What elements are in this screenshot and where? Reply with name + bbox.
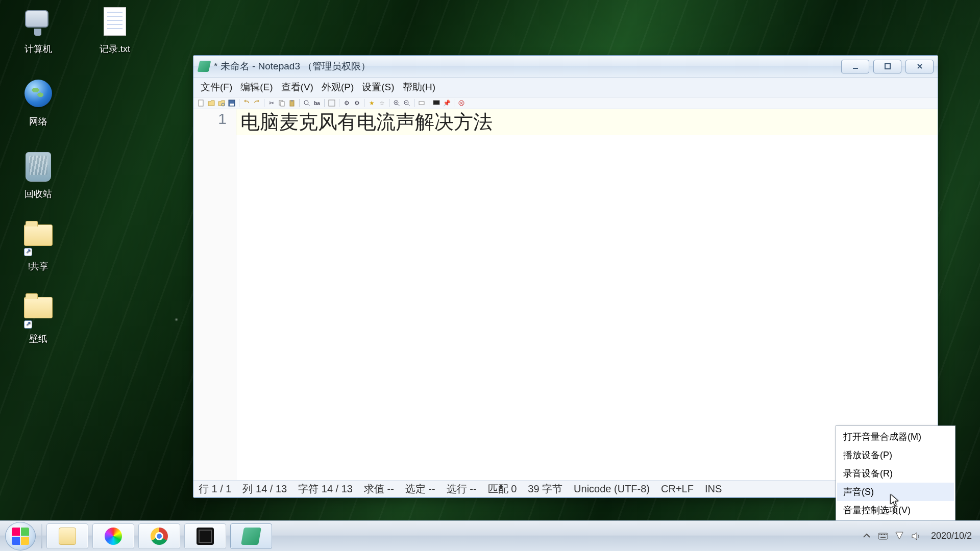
paste-icon[interactable] [287, 98, 297, 108]
toolbar-separator [299, 99, 300, 107]
text-editor[interactable]: 电脑麦克风有电流声解决方法 [236, 109, 938, 480]
window-titlebar[interactable]: * 未命名 - Notepad3 （管理员权限） [193, 56, 938, 78]
ctx-playback-devices[interactable]: 播放设备(P) [837, 446, 954, 464]
explore-icon[interactable] [217, 98, 226, 108]
svg-rect-9 [291, 100, 293, 102]
windows-logo-icon [12, 528, 29, 545]
new-file-icon[interactable] [197, 98, 206, 108]
desktop-icon-recycle-bin[interactable]: 回收站 [10, 152, 66, 200]
open-file-icon[interactable] [207, 98, 216, 108]
file-explorer-icon [59, 528, 76, 545]
status-sellines[interactable]: 选行 -- [447, 482, 477, 496]
toolbar-separator [239, 99, 239, 107]
favorite-icon[interactable]: ★ [367, 98, 376, 108]
menu-file[interactable]: 文件(F) [198, 80, 235, 95]
replace-icon[interactable]: ba [312, 98, 322, 108]
copy-icon[interactable] [277, 98, 286, 108]
status-matches[interactable]: 匹配 0 [488, 482, 517, 496]
pin-icon[interactable]: 📌 [442, 98, 451, 108]
taskbar-chrome[interactable] [138, 523, 180, 549]
svg-rect-1 [885, 64, 890, 69]
svg-rect-21 [884, 534, 885, 535]
start-button[interactable] [5, 522, 36, 550]
menu-appearance[interactable]: 外观(P) [318, 80, 357, 95]
save-icon[interactable] [227, 98, 236, 108]
shortcut-overlay-icon [24, 248, 32, 256]
editor-area: 1 电脑麦克风有电流声解决方法 [193, 109, 938, 480]
desktop-icon-label: 计算机 [10, 43, 66, 55]
tool-misc-icon[interactable] [417, 98, 426, 108]
svg-rect-22 [886, 534, 887, 535]
status-row[interactable]: 行 1 / 1 [199, 482, 231, 496]
ctx-sounds[interactable]: 声音(S) [837, 483, 954, 501]
toolbar-separator [429, 99, 429, 107]
menu-view[interactable]: 查看(V) [278, 80, 316, 95]
computer-icon [25, 10, 48, 28]
desktop-icon-share[interactable]: !共享 [10, 224, 66, 272]
cut-icon[interactable]: ✂ [267, 98, 276, 108]
tray-ime-icon[interactable] [878, 531, 888, 541]
taskbar-explorer[interactable] [46, 523, 88, 549]
desktop-icon-wallpaper[interactable]: 壁纸 [10, 297, 66, 345]
status-col[interactable]: 列 14 / 13 [242, 482, 287, 496]
settings-icon[interactable]: ⚙ [342, 98, 351, 108]
zoom-out-icon[interactable] [402, 98, 411, 108]
desktop-icon-computer[interactable]: 计算机 [10, 7, 66, 55]
menu-edit[interactable]: 编辑(E) [237, 80, 276, 95]
network-icon [24, 80, 52, 107]
scheme-icon[interactable]: ⚙ [352, 98, 361, 108]
tray-date[interactable]: 2020/10/2 [927, 531, 976, 541]
svg-rect-18 [879, 534, 880, 535]
desktop-icon-label: 记录.txt [87, 43, 143, 55]
svg-rect-19 [881, 534, 882, 535]
svg-rect-20 [883, 534, 884, 535]
close-button[interactable] [905, 60, 934, 73]
toolbar-separator [454, 99, 454, 107]
ctx-recording-devices[interactable]: 录音设备(R) [837, 464, 954, 483]
status-mode[interactable]: INS [705, 483, 722, 495]
svg-rect-2 [199, 100, 203, 106]
undo-icon[interactable] [242, 98, 251, 108]
tray-action-center-icon[interactable] [894, 531, 904, 541]
taskbar-notepad3[interactable] [230, 523, 272, 549]
desktop-icon-label: !共享 [10, 260, 66, 272]
status-sel[interactable]: 选定 -- [405, 482, 435, 496]
svg-rect-7 [281, 102, 284, 106]
svg-rect-23 [880, 537, 886, 538]
status-chars[interactable]: 字符 14 / 13 [298, 482, 353, 496]
maximize-button[interactable] [873, 60, 901, 73]
taskbar-terminal[interactable] [184, 523, 226, 549]
menu-settings[interactable]: 设置(S) [359, 80, 397, 95]
status-eol[interactable]: CR+LF [661, 483, 694, 495]
wordwrap-icon[interactable] [327, 98, 336, 108]
ctx-volume-options[interactable]: 音量控制选项(V) [837, 501, 954, 519]
desktop-icon-network[interactable]: 网络 [10, 80, 66, 128]
add-favorite-icon[interactable]: ☆ [377, 98, 386, 108]
tray-show-hidden-icon[interactable] [862, 531, 872, 541]
status-bytes[interactable]: 39 字节 [528, 482, 562, 496]
redo-icon[interactable] [252, 98, 261, 108]
text-line: 电脑麦克风有电流声解决方法 [236, 109, 938, 135]
status-bar: 行 1 / 1 列 14 / 13 字符 14 / 13 求值 -- 选定 --… [193, 480, 938, 497]
svg-point-10 [304, 101, 308, 105]
desktop-icon-record-txt[interactable]: 记录.txt [87, 7, 143, 55]
menu-bar: 文件(F) 编辑(E) 查看(V) 外观(P) 设置(S) 帮助(H) [193, 78, 938, 97]
status-eval[interactable]: 求值 -- [364, 482, 394, 496]
toolbar-separator [264, 99, 264, 107]
taskbar-browser[interactable] [92, 523, 134, 549]
find-icon[interactable] [302, 98, 311, 108]
clear-icon[interactable] [457, 98, 466, 108]
svg-rect-15 [433, 101, 439, 105]
minimize-button[interactable] [841, 60, 869, 73]
desktop-icon-label: 壁纸 [10, 333, 66, 345]
svg-rect-14 [419, 102, 424, 105]
tray-volume-icon[interactable] [911, 531, 921, 541]
zoom-in-icon[interactable] [392, 98, 401, 108]
ctx-open-mixer[interactable]: 打开音量合成器(M) [837, 428, 954, 446]
status-encoding[interactable]: Unicode (UTF-8) [574, 483, 650, 495]
monitor-icon[interactable] [432, 98, 441, 108]
menu-help[interactable]: 帮助(H) [400, 80, 438, 95]
browser-icon [105, 528, 122, 545]
toolbar: ✂ ba ⚙ ⚙ ★ ☆ 📌 [193, 97, 938, 109]
line-number-gutter: 1 [193, 109, 236, 480]
